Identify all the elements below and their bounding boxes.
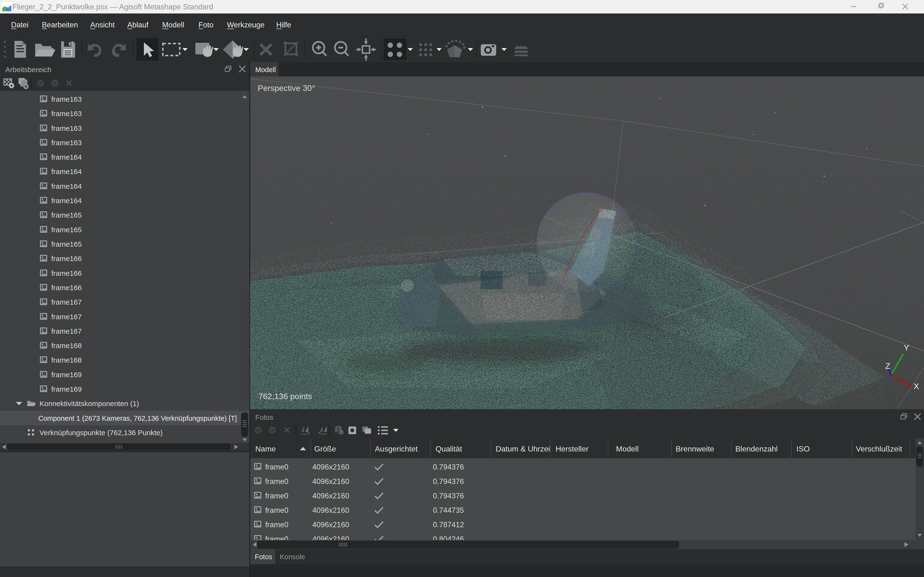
svg-text:762,136 points: 762,136 points [258,392,312,401]
svg-text:Perspective 30°: Perspective 30° [258,84,315,93]
svg-text:X: X [914,382,919,391]
svg-text:Z: Z [885,361,890,371]
svg-text:Y: Y [904,343,909,352]
